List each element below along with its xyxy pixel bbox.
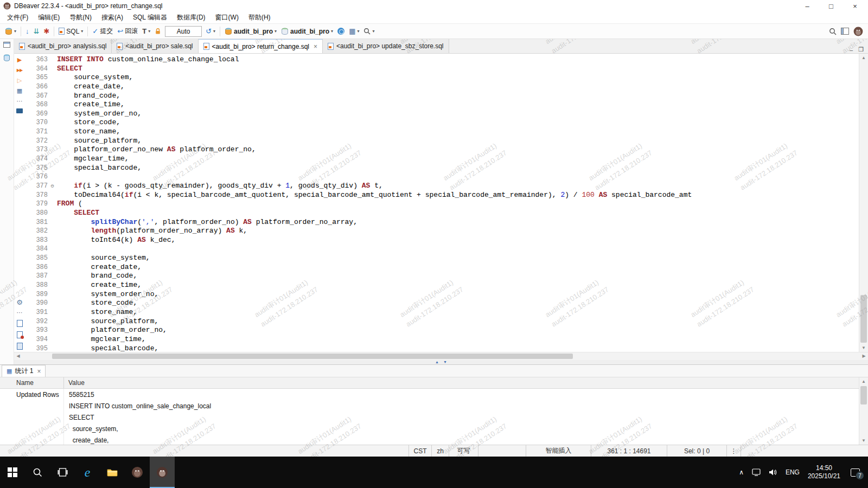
fold-collapse-icon[interactable]: ⊖ — [48, 182, 57, 191]
editor-tab[interactable]: <audit_bi_pro> analysis.sql — [14, 39, 112, 53]
execute-statement-icon[interactable]: ↓ — [23, 27, 31, 36]
code-line[interactable]: 389 system_order_no, — [25, 290, 859, 299]
code-line[interactable]: 383 toInt64(k) AS k_dec, — [25, 236, 859, 245]
code-line[interactable]: 370 store_code, — [25, 118, 859, 127]
code-line[interactable]: 387 brand_code, — [25, 272, 859, 281]
editor-horizontal-scrollbar[interactable]: ◀ ▶ — [14, 352, 868, 360]
scroll-down-icon[interactable]: ▼ — [859, 344, 868, 352]
task-view-button[interactable] — [50, 457, 75, 488]
menu-item[interactable]: 文件(F) — [2, 12, 33, 23]
restore-panel-icon[interactable] — [3, 42, 10, 48]
code-line[interactable]: 375 special_barcode, — [25, 164, 859, 173]
code-line[interactable]: 371 store_name, — [25, 127, 859, 137]
minimize-button[interactable]: – — [795, 0, 819, 12]
execute-sql-icon[interactable]: ▶ — [17, 57, 22, 63]
menu-item[interactable]: 窗口(W) — [210, 12, 244, 23]
code-line[interactable]: 374 mgclear_time, — [25, 155, 859, 164]
code-line[interactable]: 385 source_system, — [25, 254, 859, 263]
rollback-button[interactable]: ↩回滚 — [115, 25, 140, 37]
scroll-up-icon[interactable]: ▲ — [859, 54, 868, 62]
status-more-icon[interactable]: ⋮ — [726, 445, 741, 457]
code-line[interactable]: 366 create_date, — [25, 82, 859, 92]
code-line[interactable]: 393 platform_order_no, — [25, 326, 859, 335]
editor-tab[interactable]: <audit_bi_pro> update_sbz_store.sql — [323, 39, 449, 53]
menu-item[interactable]: 导航(N) — [65, 12, 97, 23]
speaker-icon[interactable] — [769, 468, 777, 476]
dbeaver-taskbar-button[interactable] — [125, 457, 150, 488]
scroll-up-icon[interactable]: ▲ — [859, 377, 868, 386]
scrollbar-thumb[interactable] — [52, 354, 573, 359]
connection-select[interactable]: audit_bi_pro ▾ — [222, 27, 279, 36]
menu-item[interactable]: 编辑(E) — [33, 12, 65, 23]
status-caret-position[interactable]: 361 : 1 : 14691 — [591, 445, 667, 457]
explain-plan-icon[interactable]: ✱ — [41, 27, 52, 36]
stats-row[interactable]: Updated Rows5585215 — [0, 389, 868, 400]
code-line[interactable]: 368 create_time, — [25, 100, 859, 110]
sql-menu-button[interactable]: SQL ▾ — [56, 27, 85, 36]
scrollbar-thumb[interactable] — [860, 295, 867, 343]
search-menu-button[interactable]: ▾ — [361, 27, 376, 36]
more-dots-icon[interactable]: ⋯ — [17, 310, 23, 316]
code-line[interactable]: 376 — [25, 172, 859, 182]
editor-tab[interactable]: <audit_bi_pro> return_change.sql× — [199, 39, 323, 53]
code-line[interactable]: 369 system_order_no, — [25, 110, 859, 119]
close-button[interactable]: × — [843, 0, 867, 12]
panel-sash[interactable]: ▲ ▼ — [14, 360, 868, 364]
transaction-log-button[interactable]: T▾ — [140, 27, 152, 36]
code-line[interactable]: 364 SELECT — [25, 65, 859, 74]
stats-row[interactable]: INSERT INTO custom_online_sale_change_lo… — [0, 400, 868, 412]
script-doc-icon[interactable] — [17, 320, 23, 327]
dbeaver-taskbar-button-active[interactable] — [150, 457, 175, 488]
editor-tab[interactable]: <audit_bi_pro> sale.sql — [112, 39, 198, 53]
internet-explorer-button[interactable]: e — [75, 457, 100, 488]
result-grid-icon[interactable]: ▦ — [17, 88, 22, 94]
scrollbar-thumb[interactable] — [860, 386, 867, 404]
code-line[interactable]: 386 create_date, — [25, 263, 859, 272]
panel-vertical-scrollbar[interactable]: ▲ ▼ — [859, 377, 868, 445]
schema-select[interactable]: audit_bi_pro ▾ — [279, 27, 335, 36]
code-line[interactable]: 395 special_barcode, — [25, 344, 859, 352]
navigator-globe-icon[interactable] — [335, 27, 347, 36]
editor-vertical-scrollbar[interactable]: ▲ ▼ — [859, 54, 868, 352]
script-doc-error-icon[interactable] — [17, 331, 23, 338]
menu-item[interactable]: 搜索(A) — [97, 12, 128, 23]
stats-row[interactable]: SELECT — [0, 412, 868, 423]
perspective-icon[interactable] — [839, 27, 851, 36]
maximize-button[interactable]: □ — [819, 0, 843, 12]
minimize-editor-icon[interactable]: – — [850, 47, 853, 53]
code-line[interactable]: 377⊖ if(i > (k - goods_qty_remainder), g… — [25, 182, 859, 191]
quick-access-search-icon[interactable] — [827, 27, 839, 36]
sash-collapse-down-icon[interactable]: ▼ — [443, 360, 447, 364]
code-line[interactable]: 365 source_system, — [25, 73, 859, 82]
scroll-right-icon[interactable]: ▶ — [860, 352, 868, 360]
menu-item[interactable]: SQL 编辑器 — [128, 12, 172, 23]
stats-row[interactable]: source_system, — [0, 423, 868, 434]
code-line[interactable]: 379 FROM ( — [25, 200, 859, 209]
script-output-icon[interactable] — [17, 343, 23, 350]
result-layout-button[interactable]: ▦▾ — [347, 27, 361, 36]
execute-sql-script-icon[interactable]: ▶▶ — [17, 67, 22, 73]
tab-close-icon[interactable]: × — [314, 43, 317, 50]
commit-button[interactable]: ✓提交 — [90, 25, 115, 37]
menu-item[interactable]: 帮助(H) — [244, 12, 276, 23]
stats-row[interactable]: create_date, — [0, 434, 868, 445]
code-line[interactable]: 380 SELECT — [25, 209, 859, 218]
new-sql-editor-button[interactable]: ▾ — [3, 27, 18, 36]
tab-close-icon[interactable]: × — [37, 368, 41, 375]
sql-console-icon[interactable] — [16, 108, 23, 113]
code-line[interactable]: 372 source_platform, — [25, 137, 859, 146]
settings-gear-icon[interactable]: ⚙ — [16, 299, 23, 305]
action-center-button[interactable]: 7 — [848, 466, 861, 478]
code-line[interactable]: 382 length(platform_order_no_array) AS k… — [25, 227, 859, 236]
column-header-name[interactable]: Name — [0, 377, 64, 388]
file-explorer-button[interactable] — [100, 457, 125, 488]
status-insert-mode[interactable]: 智能插入 — [526, 445, 591, 457]
dbeaver-logo[interactable] — [851, 25, 865, 37]
code-line[interactable]: 388 create_time, — [25, 281, 859, 290]
code-line[interactable]: 373 platform_order_no_new AS platform_or… — [25, 145, 859, 155]
code-line[interactable]: 378 toDecimal64(if(i < k, special_barcod… — [25, 191, 859, 200]
start-button[interactable] — [0, 457, 25, 488]
transaction-mode-select[interactable]: Auto — [165, 26, 202, 37]
code-line[interactable]: 394 mgclear_time, — [25, 335, 859, 344]
code-line[interactable]: 363 INSERT INTO custom_online_sale_chang… — [25, 55, 859, 65]
